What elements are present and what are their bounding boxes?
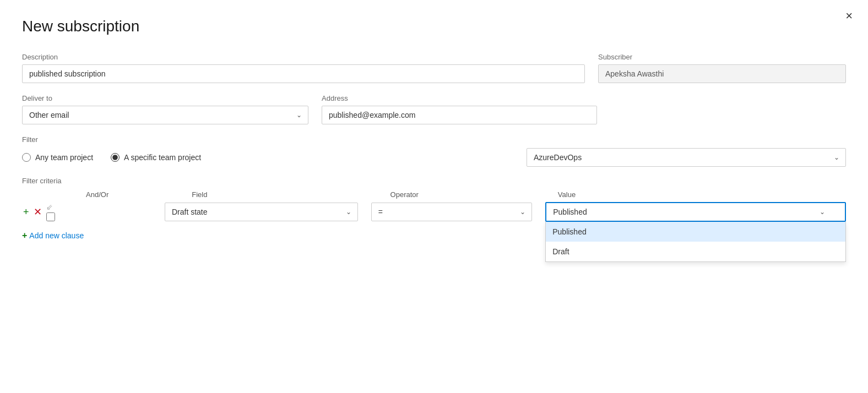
header-field: Field <box>192 190 377 199</box>
deliver-address-row: Deliver to Other email Email Slack Teams… <box>22 94 846 124</box>
header-operator: Operator <box>390 190 545 199</box>
operator-select-wrapper[interactable]: = != < > ⌄ <box>371 203 532 221</box>
header-value: Value <box>558 190 846 199</box>
deliver-to-label: Deliver to <box>22 94 308 102</box>
delete-clause-button[interactable]: ✕ <box>32 206 43 218</box>
address-label: Address <box>322 94 597 102</box>
add-clause-label: Add new clause <box>29 231 84 240</box>
description-subscriber-row: Description Subscriber <box>22 53 846 83</box>
row-checkbox[interactable] <box>46 212 55 221</box>
new-subscription-dialog: × New subscription Description Subscribe… <box>0 0 868 393</box>
move-buttons: ⇙ <box>46 203 55 221</box>
radio-any-input[interactable] <box>22 153 31 162</box>
description-input[interactable] <box>22 64 585 83</box>
deliver-to-select-wrapper[interactable]: Other email Email Slack Teams ⌄ <box>22 106 308 124</box>
close-button[interactable]: × <box>845 10 853 22</box>
radio-any-label: Any team project <box>35 153 93 162</box>
subscriber-label: Subscriber <box>598 53 846 61</box>
team-project-wrapper: AzureDevOps Project1 Project2 ⌄ <box>527 148 846 167</box>
deliver-to-group: Deliver to Other email Email Slack Teams… <box>22 94 308 124</box>
radio-specific-input[interactable] <box>111 153 120 162</box>
deliver-to-select[interactable]: Other email Email Slack Teams <box>22 106 308 124</box>
criteria-action-buttons: + ✕ ⇙ <box>22 203 55 221</box>
add-clause-icon-button[interactable]: + <box>22 206 30 218</box>
filter-radio-row: Any team project A specific team project <box>22 153 201 162</box>
value-selected-text: Published <box>553 208 587 216</box>
operator-select[interactable]: = != < > <box>371 203 532 221</box>
plus-icon: + <box>22 231 27 241</box>
filter-criteria-section: Filter criteria And/Or Field Operator Va… <box>22 177 846 243</box>
value-dropdown[interactable]: Published ⌄ Published Draft <box>545 202 846 222</box>
field-select[interactable]: Draft state Title Author <box>165 203 358 221</box>
team-project-select-wrapper[interactable]: AzureDevOps Project1 Project2 ⌄ <box>527 148 846 167</box>
filter-criteria-label: Filter criteria <box>22 177 846 185</box>
filter-label: Filter <box>22 135 846 144</box>
criteria-headers: And/Or Field Operator Value <box>22 190 846 199</box>
value-cell: Published ⌄ Published Draft <box>545 202 846 222</box>
list-item[interactable]: Draft <box>546 242 845 261</box>
subscriber-input <box>598 64 846 83</box>
value-dropdown-menu: Published Draft <box>545 222 846 262</box>
operator-cell: = != < > ⌄ <box>371 203 532 221</box>
subscriber-group: Subscriber <box>598 53 846 83</box>
address-group: Address <box>322 94 597 124</box>
header-andor: And/Or <box>86 190 178 199</box>
radio-specific-project[interactable]: A specific team project <box>111 153 201 162</box>
address-input[interactable] <box>322 106 597 124</box>
description-group: Description <box>22 53 585 83</box>
add-new-clause-button[interactable]: + Add new clause <box>22 228 84 243</box>
description-label: Description <box>22 53 585 61</box>
filter-section: Filter Any team project A specific team … <box>22 135 846 167</box>
table-row: + ✕ ⇙ Draft state Title Author ⌄ <box>22 202 846 222</box>
field-cell: Draft state Title Author ⌄ <box>165 203 358 221</box>
radio-any-project[interactable]: Any team project <box>22 153 93 162</box>
dialog-title: New subscription <box>22 18 846 35</box>
team-project-select[interactable]: AzureDevOps Project1 Project2 <box>527 148 846 167</box>
field-select-wrapper[interactable]: Draft state Title Author ⌄ <box>165 203 358 221</box>
move-up-icon[interactable]: ⇙ <box>46 203 55 211</box>
value-chevron-icon: ⌄ <box>820 208 825 216</box>
value-dropdown-trigger[interactable]: Published ⌄ <box>545 202 846 222</box>
radio-specific-label: A specific team project <box>124 153 201 162</box>
list-item[interactable]: Published <box>546 222 845 242</box>
